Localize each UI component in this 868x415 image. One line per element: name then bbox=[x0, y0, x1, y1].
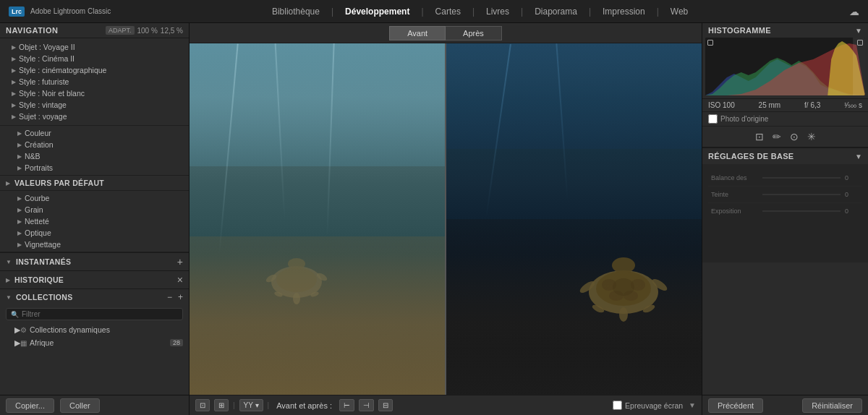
detail-grain[interactable]: ▶ Grain bbox=[0, 204, 189, 215]
group-nb[interactable]: ▶ N&B bbox=[0, 150, 189, 162]
detail-courbe[interactable]: ▶ Courbe bbox=[0, 192, 189, 204]
reglage-slider-1[interactable] bbox=[762, 177, 841, 179]
arrow-icon: ▶ bbox=[14, 325, 20, 334]
histogram-left-indicator[interactable] bbox=[707, 40, 713, 46]
nav-developpement[interactable]: Développement bbox=[345, 7, 409, 17]
epreuvage-dropdown-icon[interactable]: ▼ bbox=[689, 401, 696, 409]
collections-search-input[interactable] bbox=[22, 310, 178, 318]
radial-filter[interactable]: ✳ bbox=[807, 131, 816, 142]
group-couleur[interactable]: ▶ Couleur bbox=[0, 127, 189, 139]
top-navigation: Bibliothèque | Développement | Cartes | … bbox=[272, 7, 688, 17]
split-both-button[interactable]: ⊟ bbox=[378, 399, 393, 411]
nav-items-section: ▶ Objet : Voyage II ▶ Style : Cinéma II … bbox=[0, 38, 189, 126]
histogram-dropdown-icon[interactable]: ▼ bbox=[855, 27, 862, 35]
collection-count-badge: 28 bbox=[170, 339, 183, 346]
svg-point-1 bbox=[276, 268, 317, 292]
nav-sep-1: | bbox=[331, 7, 333, 17]
cloud-icon[interactable]: ☁ bbox=[849, 6, 859, 17]
nav-diaporama[interactable]: Diaporama bbox=[535, 7, 577, 17]
tools-row: ⊡ ✏ ⊙ ✳ bbox=[702, 127, 868, 147]
zoom-2[interactable]: 12,5 % bbox=[161, 27, 183, 35]
nav-item-label: Style : vintage bbox=[19, 100, 67, 109]
instantanes-title: Instantanés bbox=[16, 257, 71, 266]
copy-button[interactable]: Copier... bbox=[6, 398, 54, 413]
arrow-icon: ▶ bbox=[14, 338, 20, 347]
reset-button[interactable]: Réinitialiser bbox=[802, 398, 862, 413]
historique-close-icon[interactable]: × bbox=[177, 274, 183, 286]
search-icon: 🔍 bbox=[11, 311, 19, 318]
arrow-icon: ▶ bbox=[12, 67, 16, 74]
nav-item-vintage[interactable]: ▶ Style : vintage bbox=[0, 99, 189, 111]
nav-item-cinematographique[interactable]: ▶ Style : cinématographique bbox=[0, 64, 189, 76]
instantanes-add-icon[interactable]: + bbox=[177, 256, 183, 268]
nav-impression[interactable]: Impression bbox=[603, 7, 645, 17]
fit-screen-button[interactable]: ⊡ bbox=[195, 399, 210, 411]
group-portraits[interactable]: ▶ Portraits bbox=[0, 162, 189, 174]
detail-optique[interactable]: ▶ Optique bbox=[0, 227, 189, 239]
collections-plus-icon[interactable]: + bbox=[178, 292, 183, 302]
grid-view-button[interactable]: ⊞ bbox=[214, 399, 229, 411]
reglage-label-2: Teinte bbox=[711, 191, 758, 198]
top-bar: Lrc Adobe Lightroom Classic Bibliothèque… bbox=[0, 0, 868, 23]
nav-controls: ADAPT. 100 % 12,5 % bbox=[106, 26, 183, 35]
paste-button[interactable]: Coller bbox=[60, 398, 100, 413]
reglages-header[interactable]: Réglages de base ▼ bbox=[702, 148, 868, 164]
nav-item-cinema[interactable]: ▶ Style : Cinéma II bbox=[0, 53, 189, 64]
redeye-tool[interactable]: ⊙ bbox=[790, 131, 799, 142]
nav-item-label: Sujet : voyage bbox=[19, 112, 67, 121]
histogram-section: Histogramme ▼ bbox=[702, 23, 868, 99]
epreuvage-label: Epreuvage écran bbox=[625, 401, 683, 410]
nav-item-label: Style : Noir et blanc bbox=[19, 89, 85, 98]
valeurs-header[interactable]: ▶ Valeurs par défaut bbox=[0, 176, 189, 190]
collections-minus-icon[interactable]: − bbox=[167, 292, 172, 302]
collection-item-afrique[interactable]: ▶ ▦ Afrique 28 bbox=[0, 336, 189, 349]
crop-tool[interactable]: ⊡ bbox=[755, 131, 764, 142]
bottom-sections: ▼ Instantanés + ▶ Historique × ▼ Collec bbox=[0, 252, 189, 395]
reglage-slider-2[interactable] bbox=[762, 194, 841, 195]
nav-item-noirblanc[interactable]: ▶ Style : Noir et blanc bbox=[0, 87, 189, 99]
prev-button[interactable]: Précédent bbox=[708, 398, 763, 413]
reglage-value-2: 0 bbox=[845, 191, 859, 198]
split-left-button[interactable]: ⊢ bbox=[339, 399, 354, 411]
nav-item-label: Style : cinématographique bbox=[19, 66, 106, 74]
svg-point-13 bbox=[609, 291, 624, 301]
collections-header[interactable]: ▼ Collections − + bbox=[0, 289, 189, 305]
svg-point-7 bbox=[293, 293, 300, 304]
histogram-corner-indicator[interactable] bbox=[857, 40, 863, 46]
collection-folder-icon: ⚙ bbox=[20, 326, 27, 334]
healing-tool[interactable]: ✏ bbox=[773, 131, 781, 142]
epreuvage-checkbox[interactable] bbox=[613, 401, 622, 410]
after-button[interactable]: Après bbox=[446, 26, 502, 40]
reglages-dropdown-icon[interactable]: ▼ bbox=[855, 153, 862, 161]
nav-item-sujet-voyage[interactable]: ▶ Sujet : voyage bbox=[0, 111, 189, 122]
detail-vignettage[interactable]: ▶ Vignettage bbox=[0, 239, 189, 250]
nav-item-voyage[interactable]: ▶ Objet : Voyage II bbox=[0, 41, 189, 53]
before-button[interactable]: Avant bbox=[389, 26, 446, 40]
nav-cartes[interactable]: Cartes bbox=[435, 7, 461, 17]
arrow-icon: ▶ bbox=[17, 230, 22, 236]
nav-item-label: Style : futuriste bbox=[19, 77, 69, 86]
instantanes-section[interactable]: ▼ Instantanés + bbox=[0, 252, 189, 270]
historique-section[interactable]: ▶ Historique × bbox=[0, 270, 189, 288]
group-creation[interactable]: ▶ Création bbox=[0, 139, 189, 150]
reglage-slider-3[interactable] bbox=[762, 210, 841, 212]
yy-button[interactable]: YY ▾ bbox=[239, 399, 263, 411]
reglages-section: Réglages de base ▼ Balance des 0 Teinte … bbox=[702, 147, 868, 395]
arrow-icon: ▶ bbox=[12, 102, 16, 108]
arrow-icon: ▶ bbox=[17, 241, 22, 248]
nav-livres[interactable]: Livres bbox=[486, 7, 509, 17]
detail-nettete[interactable]: ▶ Netteté bbox=[0, 215, 189, 227]
adapt-badge[interactable]: ADAPT. bbox=[106, 26, 135, 35]
nav-bibliotheque[interactable]: Bibliothèque bbox=[272, 7, 320, 17]
collection-album-icon: ▦ bbox=[20, 339, 27, 347]
nav-sep-4: | bbox=[521, 7, 523, 17]
arrow-icon: ▶ bbox=[12, 79, 16, 85]
split-right-button[interactable]: ⊣ bbox=[359, 399, 374, 411]
nav-web[interactable]: Web bbox=[671, 7, 688, 17]
nav-item-futuriste[interactable]: ▶ Style : futuriste bbox=[0, 76, 189, 87]
collections-search-bar[interactable]: 🔍 bbox=[6, 308, 183, 320]
collection-item-dynamiques[interactable]: ▶ ⚙ Collections dynamiques bbox=[0, 323, 189, 336]
zoom-1[interactable]: 100 % bbox=[137, 27, 158, 35]
photo-origin-checkbox[interactable] bbox=[708, 114, 718, 124]
valeurs-title: Valeurs par défaut bbox=[14, 179, 104, 187]
